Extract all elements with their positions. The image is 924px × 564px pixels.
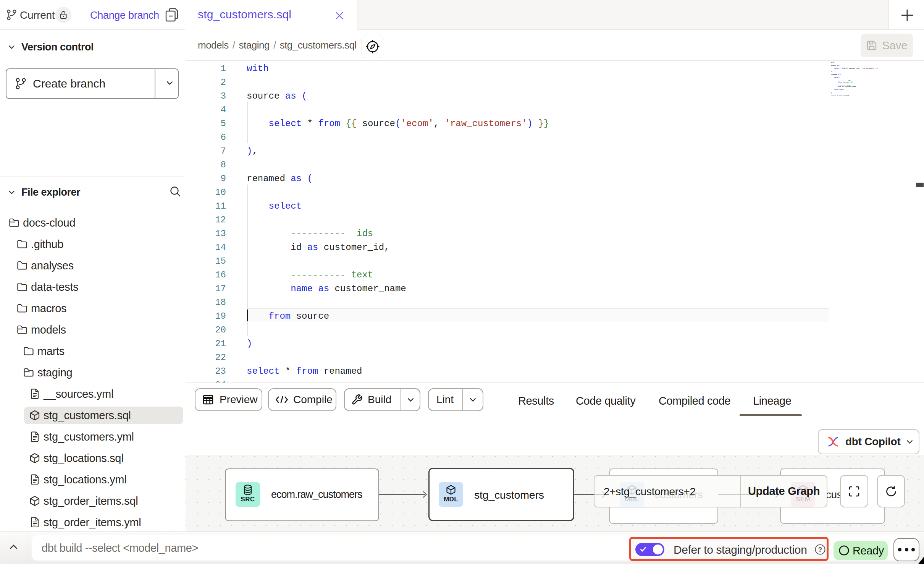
- svg-text:?: ?: [818, 546, 822, 553]
